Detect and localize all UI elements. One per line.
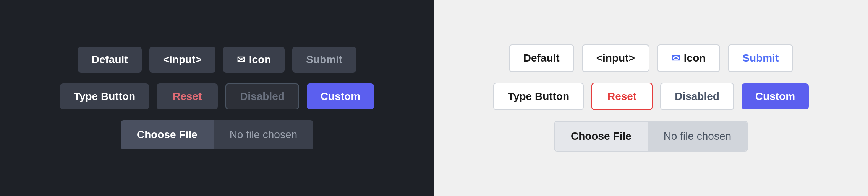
dark-input-button[interactable]: <input> [149, 47, 215, 73]
dark-typebutton-button[interactable]: Type Button [60, 83, 149, 109]
dark-input-label: <input> [163, 54, 202, 66]
light-typebutton-label: Type Button [508, 90, 569, 103]
dark-row-1: Default <input> ✉ Icon Submit [78, 47, 356, 73]
light-submit-button[interactable]: Submit [728, 44, 793, 72]
dark-default-button[interactable]: Default [78, 47, 142, 73]
dark-submit-label: Submit [306, 54, 342, 65]
light-default-button[interactable]: Default [509, 44, 574, 72]
dark-submit-button[interactable]: Submit [292, 47, 356, 73]
dark-typebutton-label: Type Button [74, 90, 135, 103]
mail-icon: ✉ [237, 54, 245, 66]
dark-file-input[interactable]: Choose File No file chosen [121, 120, 313, 149]
dark-panel: Default <input> ✉ Icon Submit Type Butto… [0, 0, 434, 196]
light-icon-button[interactable]: ✉ Icon [657, 44, 721, 72]
light-default-label: Default [523, 52, 560, 64]
dark-disabled-label: Disabled [240, 90, 285, 102]
light-disabled-button: Disabled [660, 83, 734, 110]
light-input-button[interactable]: <input> [582, 44, 649, 72]
light-input-label: <input> [596, 52, 635, 64]
light-choosefile-label: Choose File [571, 130, 632, 142]
light-submit-label: Submit [742, 52, 779, 64]
light-row-1: Default <input> ✉ Icon Submit [509, 44, 793, 72]
dark-row-2: Type Button Reset Disabled Custom [60, 83, 374, 109]
dark-icon-label: Icon [249, 54, 271, 66]
light-typebutton-button[interactable]: Type Button [493, 83, 584, 110]
light-row-3: Choose File No file chosen [554, 121, 748, 152]
dark-row-3: Choose File No file chosen [121, 120, 313, 149]
light-choose-file-button[interactable]: Choose File [555, 122, 648, 151]
dark-choosefile-label: Choose File [137, 129, 198, 140]
light-no-file-text: No file chosen [648, 122, 747, 151]
light-icon-label: Icon [684, 52, 706, 64]
mail-icon-light: ✉ [672, 52, 680, 64]
dark-icon-button[interactable]: ✉ Icon [223, 47, 285, 73]
light-reset-label: Reset [607, 90, 636, 102]
light-custom-button[interactable]: Custom [742, 83, 809, 109]
dark-custom-button[interactable]: Custom [307, 83, 374, 109]
light-reset-button[interactable]: Reset [591, 83, 653, 110]
dark-default-label: Default [92, 54, 128, 66]
dark-choose-file-button[interactable]: Choose File [121, 120, 214, 149]
dark-reset-button[interactable]: Reset [157, 83, 218, 109]
dark-custom-label: Custom [321, 90, 360, 102]
dark-disabled-button: Disabled [225, 83, 299, 109]
light-custom-label: Custom [755, 90, 795, 102]
dark-reset-label: Reset [173, 90, 202, 102]
light-row-2: Type Button Reset Disabled Custom [493, 83, 809, 110]
dark-no-file-text: No file chosen [214, 120, 313, 149]
light-disabled-label: Disabled [675, 90, 719, 102]
light-panel: Default <input> ✉ Icon Submit Type Butto… [434, 0, 868, 196]
light-file-input[interactable]: Choose File No file chosen [554, 121, 748, 152]
